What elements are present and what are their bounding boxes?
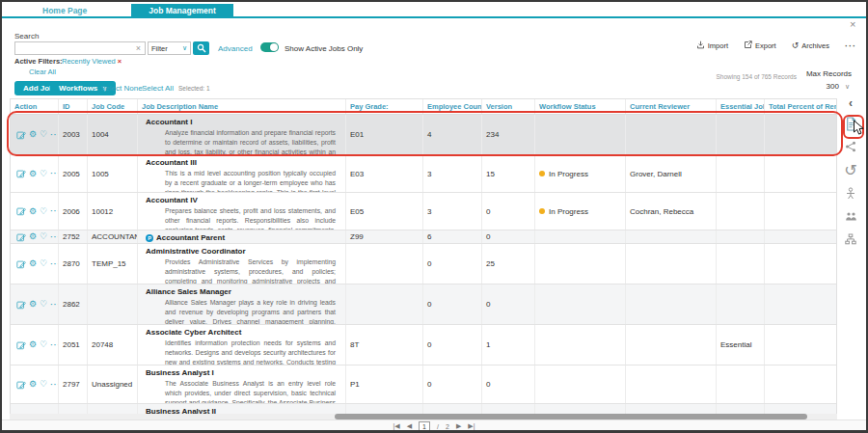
heart-icon[interactable]: ♡ bbox=[40, 300, 47, 309]
col-essential-job[interactable]: Essential Job bbox=[717, 99, 765, 114]
cell-employee-count: 0 bbox=[423, 244, 482, 284]
tab-home-page[interactable]: Home Page bbox=[25, 4, 104, 16]
table-row[interactable]: ⚙ ♡ ··· 2870 TEMP_15 Administrative Coor… bbox=[11, 244, 836, 284]
search-button[interactable] bbox=[193, 41, 209, 55]
cell-id: 2051 bbox=[59, 325, 88, 365]
edit-icon[interactable] bbox=[16, 169, 26, 178]
row-more-icon[interactable]: ··· bbox=[50, 260, 59, 268]
gear-icon[interactable]: ⚙ bbox=[29, 380, 37, 389]
more-options-icon[interactable]: ··· bbox=[845, 41, 856, 51]
chevron-down-icon: ∨ bbox=[845, 83, 850, 91]
history-icon[interactable]: ↺ bbox=[839, 158, 862, 181]
row-more-icon[interactable]: ··· bbox=[50, 301, 59, 309]
gear-icon[interactable]: ⚙ bbox=[29, 340, 37, 349]
clear-search-icon[interactable]: × bbox=[136, 43, 141, 53]
remove-filter-icon[interactable]: × bbox=[118, 57, 122, 66]
next-page-button[interactable]: ▶ bbox=[456, 422, 461, 430]
heart-icon[interactable]: ♡ bbox=[40, 340, 47, 349]
row-more-icon[interactable]: ··· bbox=[50, 381, 59, 389]
col-current-reviewer[interactable]: Current Reviewer bbox=[626, 99, 717, 114]
gear-icon[interactable]: ⚙ bbox=[29, 300, 37, 309]
edit-icon[interactable] bbox=[16, 130, 26, 140]
advanced-link[interactable]: Advanced bbox=[218, 44, 253, 53]
search-input[interactable]: × bbox=[14, 41, 146, 55]
heart-icon[interactable]: ♡ bbox=[40, 207, 47, 216]
col-action[interactable]: Action bbox=[11, 99, 59, 114]
row-more-icon[interactable]: ··· bbox=[50, 170, 59, 177]
heart-icon[interactable]: ♡ bbox=[40, 380, 47, 389]
heart-icon[interactable]: ♡ bbox=[40, 130, 47, 139]
select-none-link[interactable]: Select None bbox=[100, 84, 143, 93]
col-job-description-name[interactable]: Job Description Name bbox=[138, 99, 346, 114]
cell-job-description-name: Accountant III This is a mid level accou… bbox=[138, 155, 346, 192]
gear-icon[interactable]: ⚙ bbox=[29, 130, 37, 139]
edit-icon[interactable] bbox=[16, 340, 26, 350]
col-total-percent-remote[interactable]: Total Percent of Remote bbox=[765, 99, 837, 114]
gear-icon[interactable]: ⚙ bbox=[29, 232, 37, 241]
heart-icon[interactable]: ♡ bbox=[40, 170, 47, 178]
archives-button[interactable]: ↺ Archives bbox=[792, 41, 829, 50]
gear-icon[interactable]: ⚙ bbox=[29, 259, 37, 268]
job-name-link[interactable]: Administrative Coordinator bbox=[146, 247, 246, 256]
table-row[interactable]: ⚙ ♡ ··· 2006 10012 Accountant IV Prepare… bbox=[11, 193, 836, 230]
job-page-icon[interactable] bbox=[839, 112, 862, 135]
table-row[interactable]: ⚙ ♡ ··· 2051 20748 Associate Cyber Archi… bbox=[11, 325, 836, 365]
table-row[interactable]: ⚙ ♡ ··· 2005 1005 Accountant III This is… bbox=[11, 155, 836, 193]
col-employee-count[interactable]: Employee Count bbox=[423, 99, 482, 114]
col-job-code[interactable]: Job Code bbox=[88, 99, 138, 114]
heart-icon[interactable]: ♡ bbox=[40, 259, 47, 268]
cell-job-description-name: Business Analyst I The Associate Busines… bbox=[138, 365, 346, 403]
edit-icon[interactable] bbox=[16, 232, 26, 242]
filter-dropdown[interactable]: Filter ∨ bbox=[148, 41, 191, 55]
row-more-icon[interactable]: ··· bbox=[50, 131, 59, 139]
tab-job-management[interactable]: Job Management bbox=[131, 4, 232, 16]
row-more-icon[interactable]: ··· bbox=[50, 233, 59, 241]
col-version[interactable]: Version bbox=[482, 99, 535, 114]
max-records-dropdown[interactable]: 300 ∨ bbox=[827, 82, 850, 91]
first-page-button[interactable]: |◀ bbox=[393, 422, 400, 430]
last-page-button[interactable]: ▶| bbox=[468, 422, 475, 430]
col-id[interactable]: ID bbox=[59, 99, 88, 114]
job-name-link[interactable]: Accountant IV bbox=[146, 196, 198, 204]
clear-all-link[interactable]: Clear All bbox=[29, 68, 56, 76]
job-name-link[interactable]: Associate Cyber Architect bbox=[146, 328, 241, 337]
person-icon[interactable] bbox=[839, 181, 862, 204]
import-button[interactable]: Import bbox=[696, 41, 728, 51]
team-icon[interactable] bbox=[839, 204, 862, 228]
gear-icon[interactable]: ⚙ bbox=[29, 207, 37, 216]
close-icon[interactable]: × bbox=[850, 18, 855, 30]
table-row[interactable]: ⚙ ♡ ··· 2862 Alliance Sales Manager Alli… bbox=[11, 284, 836, 325]
job-name-link[interactable]: Business Analyst I bbox=[146, 368, 214, 377]
job-name-link[interactable]: Accountant Parent bbox=[156, 233, 225, 242]
cell-current-reviewer bbox=[626, 230, 717, 243]
cell-pay-grade: P1 bbox=[346, 365, 423, 403]
workflow-share-icon[interactable] bbox=[839, 135, 862, 158]
heart-icon[interactable]: ♡ bbox=[40, 232, 47, 241]
prev-page-button[interactable]: ◀ bbox=[407, 422, 412, 430]
row-more-icon[interactable]: ··· bbox=[50, 341, 59, 349]
row-more-icon[interactable]: ··· bbox=[50, 207, 59, 215]
cell-version: 234 bbox=[482, 115, 535, 154]
edit-icon[interactable] bbox=[16, 300, 26, 310]
table-row[interactable]: ⚙ ♡ ··· 2797 Unassigned Business Analyst… bbox=[11, 365, 836, 404]
gear-icon[interactable]: ⚙ bbox=[29, 170, 37, 178]
table-row[interactable]: ⚙ ♡ ··· 2752 ACCOUNTANT P Accountant Par… bbox=[11, 230, 836, 244]
select-all-link[interactable]: Select All bbox=[142, 84, 174, 93]
filter-chip-recently-viewed[interactable]: Recently Viewed× bbox=[62, 57, 122, 66]
cell-version: 15 bbox=[482, 155, 535, 192]
table-row[interactable]: ⚙ ♡ ··· 2003 1004 Accountant I Analyze f… bbox=[11, 115, 836, 155]
cell-job-code bbox=[88, 284, 138, 324]
edit-icon[interactable] bbox=[16, 206, 26, 216]
collapse-panel-icon[interactable]: ‹ bbox=[839, 95, 862, 112]
edit-icon[interactable] bbox=[16, 380, 26, 390]
cell-version: 0 bbox=[482, 193, 535, 230]
export-button[interactable]: Export bbox=[744, 41, 776, 51]
org-chart-icon[interactable] bbox=[839, 228, 862, 251]
active-jobs-toggle[interactable] bbox=[260, 42, 279, 52]
col-pay-grade[interactable]: Pay Grade: bbox=[346, 99, 423, 114]
job-name-link[interactable]: Alliance Sales Manager bbox=[146, 287, 231, 296]
edit-icon[interactable] bbox=[16, 259, 26, 269]
job-name-link[interactable]: Accountant III bbox=[146, 158, 197, 167]
col-workflow-status[interactable]: Workflow Status bbox=[535, 99, 626, 114]
job-name-link[interactable]: Accountant I bbox=[146, 118, 192, 126]
